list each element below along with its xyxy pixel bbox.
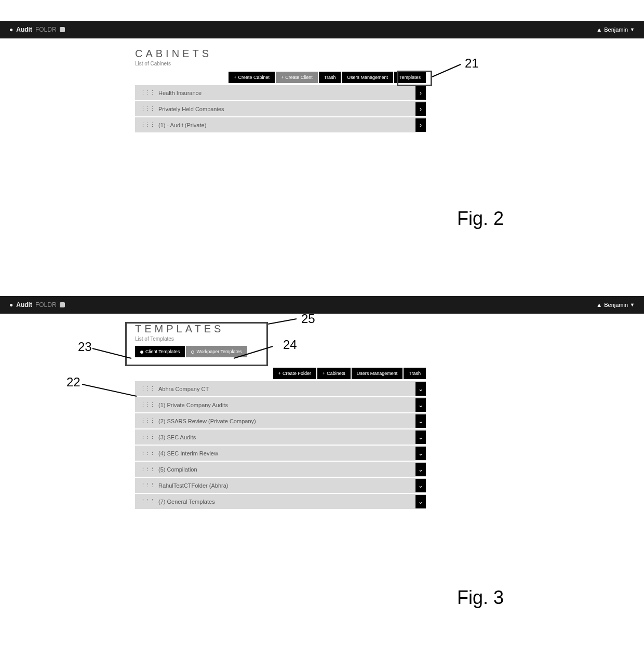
btn-label: Trash xyxy=(409,371,421,376)
list-item[interactable]: ⋮⋮⋮(4) SEC Interim Review⌄ xyxy=(135,446,426,462)
drag-handle-icon: ⋮⋮⋮ xyxy=(140,105,154,112)
svg-line-2 xyxy=(234,346,273,358)
drag-handle-icon: ⋮⋮⋮ xyxy=(140,122,154,128)
lock-icon: ● xyxy=(9,301,13,308)
plus-icon: + xyxy=(234,75,236,80)
callout-23: 23 xyxy=(78,340,92,354)
brand: ● AuditFOLDR xyxy=(9,26,65,33)
callout-leader-23 xyxy=(92,347,134,360)
row-label: (4) SEC Interim Review xyxy=(158,450,218,456)
action-button-row: +Create Cabinet +Create Client Trash Use… xyxy=(135,72,426,83)
create-cabinet-button[interactable]: +Create Cabinet xyxy=(229,72,275,83)
callout-leader-22 xyxy=(82,383,139,399)
drag-handle-icon: ⋮⋮⋮ xyxy=(140,498,154,505)
drag-handle-icon: ⋮⋮⋮ xyxy=(140,418,154,424)
chevron-down-icon: ▼ xyxy=(630,27,635,32)
user-name: Benjamin xyxy=(604,302,628,308)
callout-leader-24 xyxy=(234,345,280,361)
row-label: (2) SSARS Review (Private Company) xyxy=(158,418,256,424)
user-icon: ▲ xyxy=(596,302,602,308)
drag-handle-icon: ⋮⋮⋮ xyxy=(140,482,154,489)
brand-text-a: Audit xyxy=(16,26,32,33)
brand-text-a: Audit xyxy=(16,301,32,308)
svg-line-3 xyxy=(92,348,131,358)
user-name: Benjamin xyxy=(604,26,628,33)
user-menu[interactable]: ▲ Benjamin ▼ xyxy=(596,302,635,308)
callout-box-21 xyxy=(397,71,432,86)
user-icon: ▲ xyxy=(596,26,602,33)
row-label: (1) Private Company Audits xyxy=(158,402,228,408)
row-label: RahulTestCTFolder (Abhra) xyxy=(158,482,229,489)
list-item[interactable]: ⋮⋮⋮(5) Compilation⌄ xyxy=(135,462,426,478)
users-management-button[interactable]: Users Management xyxy=(342,72,393,83)
list-item[interactable]: ⋮⋮⋮Health Insurance › xyxy=(135,85,426,101)
row-label: Health Insurance xyxy=(158,90,202,96)
figure-3-label: Fig. 3 xyxy=(457,587,504,609)
figure-2-block: ● AuditFOLDR ▲ Benjamin ▼ CABINETS List … xyxy=(0,21,644,133)
page-title: CABINETS xyxy=(135,48,426,60)
chevron-down-icon[interactable]: ⌄ xyxy=(415,463,426,476)
drag-handle-icon: ⋮⋮⋮ xyxy=(140,89,154,96)
list-item[interactable]: ⋮⋮⋮(7) General Templates⌄ xyxy=(135,494,426,510)
drag-handle-icon: ⋮⋮⋮ xyxy=(140,385,154,392)
svg-line-4 xyxy=(82,384,137,396)
row-label: Abhra Company CT xyxy=(158,386,209,392)
plus-icon: + xyxy=(281,75,284,80)
list-item[interactable]: ⋮⋮⋮(1) - Audit (Private) › xyxy=(135,117,426,133)
list-item[interactable]: ⋮⋮⋮RahulTestCTFolder (Abhra)⌄ xyxy=(135,478,426,494)
trash-button[interactable]: Trash xyxy=(319,72,341,83)
chevron-down-icon[interactable]: ⌄ xyxy=(415,495,426,508)
create-client-button[interactable]: +Create Client xyxy=(276,72,318,83)
cabinets-button[interactable]: +Cabinets xyxy=(317,368,351,379)
page-subtitle: List of Cabinets xyxy=(135,61,426,66)
row-label: (7) General Templates xyxy=(158,499,215,505)
figure-3-block: ● AuditFOLDR ▲ Benjamin ▼ TEMPLATES List… xyxy=(0,296,644,510)
btn-label: Users Management xyxy=(347,75,388,80)
brand-text-b: FOLDR xyxy=(35,26,57,33)
callout-24: 24 xyxy=(283,338,297,352)
app-icon xyxy=(60,27,65,32)
chevron-right-icon[interactable]: › xyxy=(415,102,426,116)
figure-2-label: Fig. 2 xyxy=(457,208,504,230)
chevron-down-icon[interactable]: ⌄ xyxy=(415,447,426,460)
svg-line-0 xyxy=(432,64,461,77)
btn-label: Create Folder xyxy=(283,371,311,376)
lock-icon: ● xyxy=(9,26,13,33)
btn-label: Users Management xyxy=(357,371,398,376)
btn-label: Create Cabinet xyxy=(238,75,270,80)
plus-icon: + xyxy=(323,371,325,376)
list-item[interactable]: ⋮⋮⋮(3) SEC Audits⌄ xyxy=(135,429,426,446)
btn-label: Trash xyxy=(324,75,336,80)
list-item[interactable]: ⋮⋮⋮(2) SSARS Review (Private Company)⌄ xyxy=(135,413,426,429)
chevron-down-icon[interactable]: ⌄ xyxy=(415,414,426,428)
topbar: ● AuditFOLDR ▲ Benjamin ▼ xyxy=(0,21,644,38)
cabinet-list: ⋮⋮⋮Health Insurance › ⋮⋮⋮Privately Held … xyxy=(135,85,426,133)
btn-label: Create Client xyxy=(285,75,313,80)
chevron-down-icon[interactable]: ⌄ xyxy=(415,382,426,396)
app-icon xyxy=(60,302,65,307)
list-item[interactable]: ⋮⋮⋮(1) Private Company Audits⌄ xyxy=(135,397,426,413)
action-button-row: +Create Folder +Cabinets Users Managemen… xyxy=(135,368,426,379)
list-item[interactable]: ⋮⋮⋮Privately Held Companies › xyxy=(135,101,426,117)
brand-text-b: FOLDR xyxy=(35,301,57,308)
create-folder-button[interactable]: +Create Folder xyxy=(273,368,316,379)
row-label: (5) Compilation xyxy=(158,466,197,473)
topbar: ● AuditFOLDR ▲ Benjamin ▼ xyxy=(0,296,644,314)
chevron-down-icon[interactable]: ⌄ xyxy=(415,479,426,492)
list-item[interactable]: ⋮⋮⋮Abhra Company CT⌄ xyxy=(135,381,426,397)
trash-button[interactable]: Trash xyxy=(404,368,426,379)
chevron-down-icon[interactable]: ⌄ xyxy=(415,431,426,444)
callout-22: 22 xyxy=(66,375,81,389)
row-label: Privately Held Companies xyxy=(158,106,224,112)
brand: ● AuditFOLDR xyxy=(9,301,65,308)
callout-21: 21 xyxy=(465,56,479,71)
plus-icon: + xyxy=(278,371,281,376)
chevron-right-icon[interactable]: › xyxy=(415,118,426,132)
chevron-down-icon[interactable]: ⌄ xyxy=(415,398,426,412)
drag-handle-icon: ⋮⋮⋮ xyxy=(140,401,154,408)
users-management-button[interactable]: Users Management xyxy=(352,368,403,379)
row-label: (3) SEC Audits xyxy=(158,434,196,440)
user-menu[interactable]: ▲ Benjamin ▼ xyxy=(596,26,635,33)
chevron-right-icon[interactable]: › xyxy=(415,86,426,100)
cabinets-content: CABINETS List of Cabinets +Create Cabine… xyxy=(135,48,426,133)
